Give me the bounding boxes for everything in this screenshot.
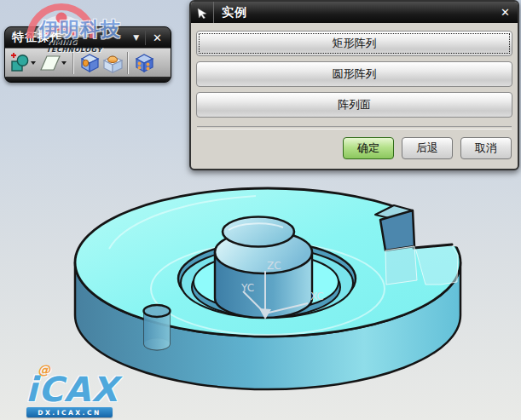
cad-application-viewport: { "toolbar": { "title": "特征操作", "collaps… <box>0 0 521 420</box>
boss-icon[interactable] <box>101 51 124 74</box>
toolbar-icon-row <box>5 48 171 77</box>
dialog-separator <box>197 126 512 129</box>
back-button[interactable]: 后退 <box>402 137 453 159</box>
toolbar-separator <box>127 52 129 74</box>
dialog-title: 实例 <box>214 5 493 20</box>
axis-label-xc: XC <box>310 291 324 302</box>
chevron-down-icon[interactable]: ▼ <box>127 33 145 42</box>
toolbar-close-icon[interactable]: ✕ <box>145 31 169 45</box>
ok-button[interactable]: 确定 <box>343 137 394 159</box>
hole-icon[interactable] <box>78 51 101 74</box>
dialog-close-icon[interactable]: ✕ <box>493 6 518 19</box>
small-cylinder-boss[interactable] <box>144 305 171 350</box>
toolbar-separator <box>72 52 74 74</box>
toolbar-title-bar[interactable]: 特征操作 ▼ ✕ <box>5 27 171 48</box>
dialog-body: 矩形阵列 圆形阵列 阵列面 确定 后退 取消 <box>191 23 518 169</box>
rectangular-array-button[interactable]: 矩形阵列 <box>196 31 512 56</box>
instance-dialog: 实例 ✕ 矩形阵列 圆形阵列 阵列面 确定 后退 取消 <box>189 0 519 170</box>
datum-plane-icon[interactable] <box>38 51 61 74</box>
unite-icon[interactable] <box>8 51 31 74</box>
datum-plane-dropdown-arrow[interactable] <box>61 61 67 67</box>
dialog-footer: 确定 后退 取消 <box>196 137 512 164</box>
axis-label-zc: ZC <box>267 260 281 272</box>
toolbar-title: 特征操作 <box>12 30 127 45</box>
circular-array-button[interactable]: 圆形阵列 <box>196 61 512 87</box>
dialog-title-bar[interactable]: 实例 ✕ <box>191 2 518 23</box>
cancel-button[interactable]: 取消 <box>460 137 512 159</box>
notch-cutout <box>412 181 505 252</box>
dialog-drag-arrow-icon <box>191 2 214 23</box>
unite-dropdown-arrow[interactable] <box>31 61 36 67</box>
toolbar-bottom-strip <box>5 77 171 82</box>
disc-part[interactable] <box>75 181 505 389</box>
axis-label-yc: YC <box>240 282 254 294</box>
instance-feature-icon[interactable] <box>132 51 155 74</box>
pattern-face-button[interactable]: 阵列面 <box>196 92 512 118</box>
feature-operations-toolbar: 特征操作 ▼ ✕ <box>4 26 171 83</box>
